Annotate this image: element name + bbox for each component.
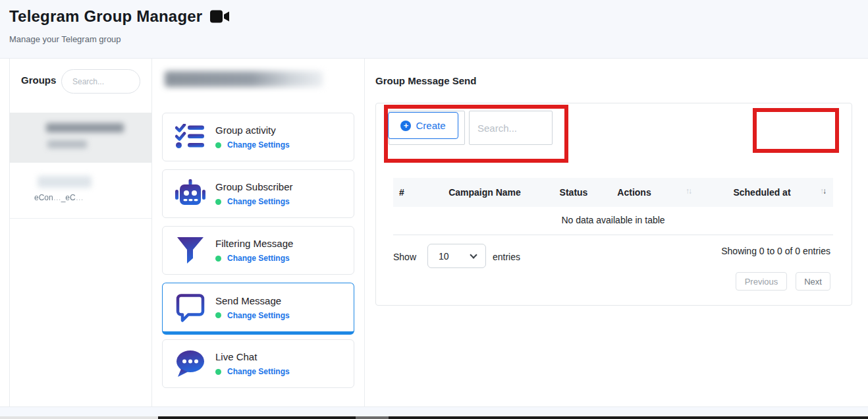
pagination-summary: Showing 0 to 0 of 0 entries — [721, 246, 830, 256]
entries-label: entries — [493, 252, 520, 262]
chat-outline-icon — [175, 293, 206, 322]
robot-icon — [175, 179, 206, 208]
page-title: Telegram Group Manager — [9, 7, 202, 26]
status-dot — [215, 142, 221, 148]
next-button[interactable]: Next — [796, 272, 830, 291]
group-list-item-selected[interactable] — [10, 113, 151, 163]
status-dot — [215, 199, 221, 205]
previous-button[interactable]: Previous — [736, 272, 787, 291]
campaign-card: Select Status + Create # Campaign Name S… — [375, 103, 852, 306]
sort-icon-active[interactable]: ↑↓ — [820, 178, 825, 204]
feature-title: Send Message — [215, 295, 290, 306]
campaign-search-input[interactable] — [469, 111, 553, 145]
chevron-down-icon — [470, 251, 477, 258]
create-button[interactable]: + Create — [388, 112, 458, 139]
feature-card-group-activity[interactable]: Group activity Change Settings — [162, 113, 354, 161]
status-dot — [215, 369, 221, 375]
feature-card-filtering-message[interactable]: Filtering Message Change Settings — [162, 226, 354, 275]
divider — [364, 59, 365, 406]
feature-title: Live Chat — [215, 351, 290, 362]
feature-title: Group Subscriber — [215, 181, 293, 192]
show-label: Show — [393, 252, 416, 262]
content: Groups eCon​…_eC… — [0, 58, 868, 406]
app-header: Telegram Group Manager Manage your Teleg… — [0, 0, 868, 58]
divider — [151, 59, 152, 406]
change-settings-link[interactable]: Change Settings — [227, 311, 290, 320]
horizontal-scrollbar[interactable] — [0, 416, 868, 419]
groups-search-input[interactable] — [61, 69, 140, 94]
divider — [9, 59, 10, 406]
redacted-group-name — [46, 123, 124, 132]
change-settings-link[interactable]: Change Settings — [227, 140, 290, 150]
group-partial-label: eCon​…_eC… — [34, 193, 84, 202]
change-settings-link[interactable]: Change Settings — [227, 254, 290, 263]
feature-card-send-message[interactable]: Send Message Change Settings — [162, 283, 354, 335]
groups-heading: Groups — [21, 74, 56, 86]
page-subtitle: Manage your Telegram group — [9, 34, 121, 44]
column-header-campaign-name[interactable]: Campaign Name — [448, 178, 521, 207]
scrollbar-track — [389, 416, 868, 419]
video-camera-icon — [210, 9, 230, 24]
column-header-status[interactable]: Status — [560, 178, 588, 207]
feature-card-group-subscriber[interactable]: Group Subscriber Change Settings — [162, 169, 354, 218]
chat-dots-icon — [175, 350, 206, 377]
redacted-group-title — [165, 71, 323, 87]
column-header-index[interactable]: # — [399, 178, 404, 207]
group-list-item[interactable]: eCon​…_eC… — [10, 163, 151, 219]
page: Telegram Group Manager Manage your Teleg… — [0, 0, 868, 419]
annotation-box-create — [753, 108, 839, 153]
status-dot — [215, 312, 221, 318]
status-dot — [215, 256, 221, 262]
sort-icon[interactable]: ↑↓ — [686, 178, 691, 204]
scrollbar-track — [158, 416, 356, 419]
feature-title: Group activity — [215, 125, 290, 136]
scrollbar-thumb[interactable] — [356, 416, 389, 419]
page-size-value: 10 — [439, 251, 449, 262]
column-header-actions[interactable]: Actions — [617, 178, 651, 207]
feature-card-live-chat[interactable]: Live Chat Change Settings — [162, 339, 354, 388]
table-empty-message: No data available in table — [393, 207, 833, 235]
redacted-group-name — [38, 176, 92, 188]
checklist-icon — [175, 124, 206, 150]
create-button-label: Create — [416, 120, 445, 131]
funnel-icon — [175, 237, 206, 264]
plus-circle-icon: + — [400, 121, 411, 131]
change-settings-link[interactable]: Change Settings — [227, 367, 290, 376]
table-header-row: # Campaign Name Status Actions ↑↓ Schedu… — [393, 178, 833, 207]
page-size-select[interactable]: 10 — [427, 244, 486, 268]
change-settings-link[interactable]: Change Settings — [227, 197, 290, 206]
redacted-group-subtext — [47, 140, 87, 148]
feature-title: Filtering Message — [215, 238, 293, 249]
column-header-scheduled-at[interactable]: Scheduled at — [733, 178, 790, 207]
section-title: Group Message Send — [375, 75, 476, 86]
